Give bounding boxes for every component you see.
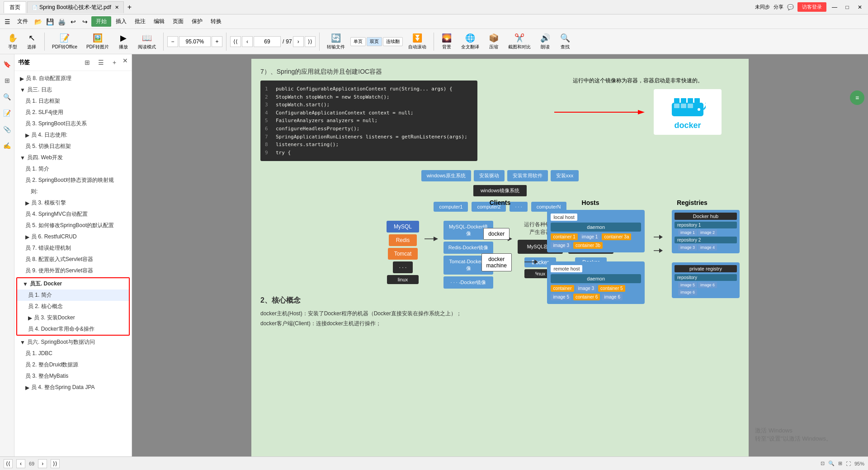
sidebar-item-web2[interactable]: 员 2. SpringBoot对静态资源的映射规 [14, 175, 132, 186]
sidebar-item-db1[interactable]: 员 1. JDBC [14, 348, 132, 359]
sidebar-item-autoconfig[interactable]: ▶ 员 8. 自动配置原理 [14, 73, 132, 84]
convert-file-button[interactable]: 🔄 转输文件 [323, 30, 349, 53]
menu-edit[interactable]: 编辑 [150, 16, 168, 27]
add-bookmark-icon[interactable]: + [109, 57, 120, 68]
translate-button[interactable]: 🌐 全文翻译 [458, 30, 483, 53]
sidebar-item-db4[interactable]: ▶ 员 4. 整合Spring Data JPA [14, 382, 132, 393]
sidebar-item-web9[interactable]: 员 9. 使用外置的Servlet容器 [14, 265, 132, 276]
page-number-input[interactable] [254, 36, 281, 47]
sidebar-item-db2[interactable]: 员 2. 整合Druid数据源 [14, 359, 132, 370]
play-button[interactable]: ▶ 播放 [114, 30, 132, 53]
pdf-to-office-button[interactable]: 📝 PDF转Office [48, 30, 81, 53]
share-text[interactable]: 分享 [774, 4, 783, 10]
next-page-button[interactable]: › [293, 36, 304, 47]
status-next-page[interactable]: › [38, 459, 47, 468]
background-button[interactable]: 🌄 背景 [438, 30, 456, 53]
dots-box: · · · [393, 261, 413, 273]
visitor-login-button[interactable]: 访客登录 [797, 2, 826, 12]
sidebar-item-db3[interactable]: 员 3. 整合MyBatis [14, 370, 132, 382]
read-mode-button[interactable]: 📖 阅读模式 [134, 30, 160, 53]
sidebar-item-web8[interactable]: 员 8. 配置嵌入式Servlet容器 [14, 254, 132, 265]
status-last-page[interactable]: ⟩⟩ [51, 459, 60, 468]
status-fit-icon[interactable]: ⊡ [821, 461, 825, 466]
pdf-to-img-button[interactable]: 🖼️ PDF转图片 [83, 30, 113, 53]
sidebar-item-db[interactable]: ▼ 员六. SpringBoot与数据访问 [14, 337, 132, 348]
bookmark-panel-icon[interactable]: 🔖 [1, 58, 14, 71]
close-button[interactable]: ✕ [855, 3, 864, 12]
sidebar-item-log3[interactable]: 员 3. SpringBoot日志关系 [14, 118, 132, 129]
tab-pdf[interactable]: 📄 Spring Boot核心技术-笔记.pdf ✕ [27, 1, 124, 13]
sidebar-item-docker4[interactable]: 员 4. Docker常用命令&操作 [17, 323, 129, 335]
print-icon[interactable]: 🖨️ [56, 16, 67, 27]
sidebar-item-web3[interactable]: ▶ 员 3. 模板引擎 [14, 197, 132, 209]
menu-page[interactable]: 页面 [169, 16, 187, 27]
sidebar-item-web7[interactable]: 员 7. 错误处理机制 [14, 242, 132, 254]
continuous-button[interactable]: 连续翻 [383, 37, 403, 46]
hand-tool-button[interactable]: ✋ 手型 [4, 30, 22, 53]
menu-batch[interactable]: 批注 [131, 16, 149, 27]
sidebar-item-docker3[interactable]: ▶ 员 3. 安装Docker [17, 312, 129, 323]
menu-protect[interactable]: 保护 [188, 16, 206, 27]
close-sidebar-button[interactable]: ✕ [123, 57, 128, 68]
maximize-button[interactable]: □ [843, 3, 852, 12]
sidebar-item-log1[interactable]: 员 1. 日志框架 [14, 95, 132, 107]
sidebar-item-docker[interactable]: ▼ 员五. Docker [17, 278, 129, 290]
annotation-panel-icon[interactable]: 📝 [1, 107, 14, 119]
status-thumbnail-icon[interactable]: ⊞ [838, 461, 842, 466]
collapse-sidebar-icon[interactable]: ☰ [95, 57, 106, 68]
save-icon[interactable]: 💾 [44, 16, 55, 27]
thumbnail-panel-icon[interactable]: ⊞ [1, 74, 14, 87]
pdf-content-area[interactable]: 7）、Spring的应用就启动并且创建IOC容器 1public Configu… [132, 54, 868, 456]
mysql-box: MySQL [387, 221, 419, 233]
add-tab-button[interactable]: + [124, 2, 135, 12]
close-tab-icon[interactable]: ✕ [115, 5, 119, 10]
search-panel-icon[interactable]: 🔍 [1, 90, 14, 103]
screenshot-button[interactable]: ✂️ 截图和对比 [505, 30, 534, 53]
single-page-button[interactable]: 单页 [350, 37, 366, 46]
status-fullscreen-icon[interactable]: ⛶ [846, 461, 851, 466]
svg-rect-7 [674, 104, 679, 108]
start-button[interactable]: 开始 [91, 16, 111, 27]
double-page-button[interactable]: 双页 [367, 37, 382, 46]
sidebar-item-log4[interactable]: ▶ 员 4. 日志使用: [14, 129, 132, 141]
sidebar-item-web4[interactable]: 员 4. SpringMVC自动配置 [14, 209, 132, 220]
menu-insert[interactable]: 插入 [112, 16, 130, 27]
status-first-page[interactable]: ⟨⟨ [4, 459, 13, 468]
last-page-button[interactable]: ⟩⟩ [305, 36, 316, 47]
redo-icon[interactable]: ↪ [80, 16, 90, 27]
sidebar-item-web[interactable]: ▼ 员四. Web开发 [14, 152, 132, 163]
sidebar-item-web5[interactable]: 员 5. 如何修改SpringBoot的默认配置 [14, 220, 132, 231]
minimize-button[interactable]: — [830, 3, 839, 12]
prev-page-button[interactable]: ‹ [242, 36, 253, 47]
sidebar-item-log2[interactable]: 员 2. SLF4j使用 [14, 107, 132, 118]
sidebar-item-web6[interactable]: ▶ 员 6. RestfulCRUD [14, 231, 132, 242]
expand-sidebar-icon[interactable]: ⊞ [82, 57, 93, 68]
auto-scroll-button[interactable]: ⏬ 自动滚动 [405, 30, 430, 53]
sidebar-item-web1[interactable]: 员 1. 简介 [14, 163, 132, 175]
read-aloud-button[interactable]: 🔊 朗读 [536, 30, 554, 53]
status-zoom-icon[interactable]: 🔍 [828, 461, 835, 466]
tab-home[interactable]: 首页 [4, 1, 26, 13]
signature-panel-icon[interactable]: ✍️ [1, 139, 14, 152]
hamburger-icon[interactable]: ☰ [2, 16, 13, 27]
sidebar-item-log5[interactable]: 员 5. 切换日志框架 [14, 141, 132, 152]
attachment-panel-icon[interactable]: 📎 [1, 123, 14, 136]
compress-button[interactable]: 📦 压缩 [485, 30, 503, 53]
open-file-icon[interactable]: 📂 [33, 16, 43, 27]
comment-icon[interactable]: 💬 [787, 4, 794, 10]
sidebar-item-docker2[interactable]: 员 2. 核心概念 [17, 301, 129, 312]
status-prev-page[interactable]: ‹ [16, 459, 25, 468]
zoom-out-button[interactable]: − [167, 36, 178, 47]
first-page-button[interactable]: ⟨⟨ [230, 36, 241, 47]
select-tool-button[interactable]: ↖ 选择 [23, 30, 41, 53]
menu-convert[interactable]: 转换 [207, 16, 225, 27]
search-button[interactable]: 🔍 查找 [556, 30, 574, 53]
undo-icon[interactable]: ↩ [68, 16, 79, 27]
sidebar-item-web2b[interactable]: 则: [14, 186, 132, 197]
sidebar-item-docker1[interactable]: 员 1. 简介 [17, 290, 129, 301]
zoom-in-button[interactable]: + [212, 36, 222, 47]
float-action-button[interactable]: ≡ [850, 90, 864, 105]
sidebar-item-log[interactable]: ▼ 员三. 日志 [14, 84, 132, 95]
menu-file[interactable]: 文件 [14, 16, 32, 27]
zoom-input[interactable] [179, 36, 211, 47]
